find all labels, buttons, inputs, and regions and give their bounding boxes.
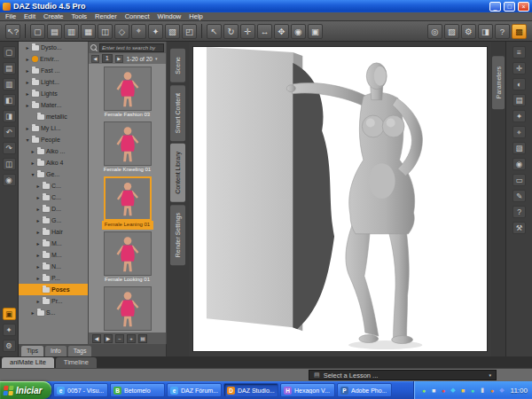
save-scene-icon[interactable]: ▥ bbox=[64, 24, 79, 39]
active-pane-icon[interactable]: ▩ bbox=[512, 24, 527, 39]
posing-icon[interactable]: ✛ bbox=[512, 62, 526, 74]
menu-item[interactable]: Render bbox=[95, 12, 117, 20]
timeline-panel-icon[interactable]: ▭ bbox=[512, 174, 526, 186]
tray-icon[interactable]: ● bbox=[469, 387, 477, 395]
zoom-in-icon[interactable]: + bbox=[127, 334, 136, 343]
translate-tool-icon[interactable]: ✛ bbox=[240, 24, 255, 39]
scale-tool-icon[interactable]: ↔ bbox=[257, 24, 272, 39]
file-new-icon[interactable]: ▢ bbox=[3, 46, 16, 59]
tree-toggle-icon[interactable]: ▸ bbox=[30, 160, 35, 166]
tree-item[interactable]: ▸M... bbox=[19, 249, 88, 261]
tree-item[interactable]: ▸P... bbox=[19, 272, 88, 284]
new-scene-icon[interactable]: ▢ bbox=[30, 24, 45, 39]
help-icon[interactable]: ? bbox=[495, 24, 510, 39]
thumbnail-2[interactable]: Female Leaning 01 bbox=[102, 176, 153, 230]
menu-item[interactable]: Create bbox=[43, 12, 64, 20]
tree-toggle-icon[interactable]: ▾ bbox=[25, 137, 30, 143]
menu-item[interactable]: Window bbox=[158, 12, 182, 20]
tree-item[interactable]: ▸Envir... bbox=[19, 53, 88, 65]
tree-toggle-icon[interactable]: ▸ bbox=[30, 148, 35, 154]
menu-item[interactable]: Edit bbox=[24, 12, 35, 20]
tree-toggle-icon[interactable]: ▸ bbox=[35, 206, 41, 212]
settings-icon[interactable]: ⚙ bbox=[3, 340, 16, 352]
tree-toggle-icon[interactable]: ▸ bbox=[25, 102, 30, 108]
tab-smart-content[interactable]: Smart Content bbox=[170, 85, 185, 141]
tray-icon[interactable]: ■ bbox=[459, 387, 467, 395]
thumbnail-3[interactable]: Female Looking 01 bbox=[102, 231, 153, 285]
cameras-panel-icon[interactable]: ⌖ bbox=[512, 126, 526, 138]
tree-toggle-icon[interactable]: ▸ bbox=[35, 229, 41, 235]
tab-info[interactable]: Info bbox=[45, 346, 66, 356]
tree-toggle-icon[interactable]: ▾ bbox=[30, 171, 35, 177]
search-input[interactable]: Enter text to search by bbox=[99, 43, 164, 52]
tree-item[interactable]: ▸C... bbox=[19, 180, 88, 192]
tree-item[interactable]: ▸Fast ... bbox=[19, 65, 88, 76]
tray-icon[interactable]: ● bbox=[420, 387, 428, 395]
render-icon[interactable]: ▨ bbox=[444, 24, 459, 39]
taskbar-clock[interactable]: 11:00 bbox=[511, 387, 528, 395]
tab-scene[interactable]: Scene bbox=[170, 49, 185, 82]
tab-animate-lite[interactable]: aniMate Lite bbox=[2, 357, 54, 368]
next-page-icon[interactable]: ▶ bbox=[115, 55, 123, 63]
tree-toggle-icon[interactable]: ▸ bbox=[35, 298, 41, 304]
save-icon[interactable]: ▥ bbox=[3, 78, 16, 90]
tree-item[interactable]: metallic bbox=[19, 111, 88, 122]
tray-icon[interactable]: ◆ bbox=[498, 387, 506, 395]
create-light-icon[interactable]: ✦ bbox=[148, 24, 163, 39]
tree-toggle-icon[interactable]: ▸ bbox=[35, 217, 41, 223]
view-mode-icon[interactable]: ▤ bbox=[138, 334, 147, 343]
tree-toggle-icon[interactable]: ▸ bbox=[35, 263, 41, 270]
next-page-icon[interactable]: ▶ bbox=[104, 334, 113, 343]
tree-item[interactable]: Poses bbox=[19, 284, 88, 295]
thumbnail-1[interactable]: Female Kneeling 01 bbox=[102, 121, 153, 175]
taskbar-button-3[interactable]: D DAZ Studio... bbox=[223, 383, 278, 397]
tray-icon[interactable]: ● bbox=[489, 387, 497, 395]
lesson-selector[interactable]: ▤ Select a Lesson ... ▾ bbox=[309, 370, 497, 380]
tree-item[interactable]: ▸G... bbox=[19, 215, 88, 226]
thumbnail-0[interactable]: Female Fashion 03 bbox=[102, 66, 153, 120]
tree-toggle-icon[interactable]: ▸ bbox=[35, 183, 41, 189]
tray-icon[interactable]: ◆ bbox=[450, 387, 458, 395]
create-null-icon[interactable]: ◇ bbox=[114, 24, 129, 39]
tab-tags[interactable]: Tags bbox=[68, 346, 92, 356]
export-icon[interactable]: ◨ bbox=[3, 110, 16, 122]
tree-item[interactable]: ▸Dysto... bbox=[19, 42, 88, 53]
content-folder-icon[interactable]: ▣ bbox=[3, 308, 16, 320]
tree-toggle-icon[interactable]: ▸ bbox=[25, 79, 30, 85]
help-panel-icon[interactable]: ? bbox=[512, 206, 526, 218]
undo-icon[interactable]: ↶ bbox=[3, 126, 16, 138]
scene-info-icon[interactable]: ◫ bbox=[3, 158, 16, 170]
tree-toggle-icon[interactable]: ▸ bbox=[35, 194, 41, 200]
tree-toggle-icon[interactable]: ▸ bbox=[25, 125, 30, 131]
tree-item[interactable]: ▸Mater... bbox=[19, 99, 88, 111]
puppeteer-icon[interactable]: ◉ bbox=[3, 174, 16, 186]
taskbar-button-1[interactable]: B Betomelo bbox=[110, 383, 165, 397]
menu-item[interactable]: File bbox=[5, 12, 16, 20]
tray-icon[interactable]: ● bbox=[440, 387, 448, 395]
tree-toggle-icon[interactable]: ▸ bbox=[35, 252, 41, 258]
import-icon[interactable]: ◧ bbox=[3, 94, 16, 106]
taskbar-button-2[interactable]: e DAZ Fórum... bbox=[167, 383, 222, 397]
camera-view-icon[interactable]: ◎ bbox=[427, 24, 442, 39]
tree-toggle-icon[interactable]: ▸ bbox=[35, 275, 41, 281]
tree-item[interactable]: ▾Ge... bbox=[19, 168, 88, 180]
tool-settings-icon[interactable]: ⚒ bbox=[512, 222, 526, 234]
tree-toggle-icon[interactable]: ▸ bbox=[25, 56, 30, 62]
node-selection-icon[interactable]: ↖ bbox=[207, 24, 222, 39]
frame-tool-icon[interactable]: ▣ bbox=[308, 24, 323, 39]
fit-view-icon[interactable]: ◰ bbox=[182, 24, 197, 39]
tree-toggle-icon[interactable]: ▸ bbox=[25, 44, 30, 51]
tray-icon[interactable]: ■ bbox=[430, 387, 438, 395]
tree-item[interactable]: ▸M... bbox=[19, 238, 88, 249]
menu-item[interactable]: Connect bbox=[125, 12, 150, 20]
render-panel-icon[interactable]: ▨ bbox=[512, 142, 526, 154]
zoom-out-icon[interactable]: − bbox=[115, 334, 124, 343]
start-button[interactable]: Iniciar bbox=[0, 381, 51, 399]
3d-viewport[interactable] bbox=[192, 46, 488, 352]
tab-parameters[interactable]: Parameters bbox=[492, 56, 505, 109]
tab-tips[interactable]: Tips bbox=[21, 346, 43, 356]
prev-page-icon[interactable]: ◀ bbox=[91, 55, 99, 63]
tree-item[interactable]: ▸Pr... bbox=[19, 295, 88, 307]
tree-item[interactable]: ▸N... bbox=[19, 261, 88, 272]
context-help-icon[interactable]: ↖? bbox=[5, 24, 20, 39]
